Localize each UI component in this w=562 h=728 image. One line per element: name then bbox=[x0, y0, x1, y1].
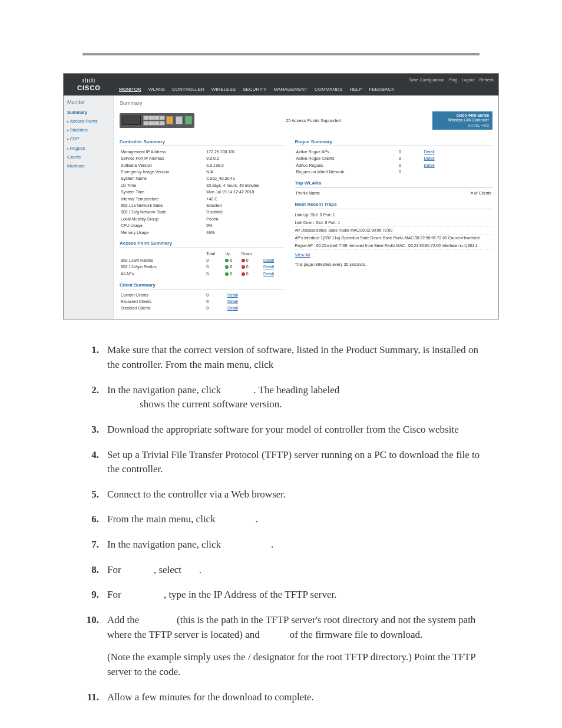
step-text: From the main menu, click . bbox=[107, 512, 485, 527]
main-menu: MONITOR WLANs CONTROLLER WIRELESS SECURI… bbox=[114, 84, 498, 96]
step-4: 4.Set up a Trivial File Transfer Protoco… bbox=[77, 448, 485, 477]
table-row: System NameCisco_40:3c:43 bbox=[120, 176, 285, 182]
detail-link[interactable]: Detail bbox=[227, 306, 238, 310]
step-2: 2. In the navigation pane, click . The h… bbox=[77, 383, 485, 412]
table-row: 802.11b/g Network StateDisabled bbox=[120, 209, 285, 216]
detail-link[interactable]: Detail bbox=[263, 258, 274, 262]
trap-row: AP Disassociated. Base Radio MAC:00:22:9… bbox=[295, 227, 492, 235]
side-summary[interactable]: Summary bbox=[67, 108, 113, 117]
table-row: Rogues on Wired Network0 bbox=[295, 169, 492, 176]
step-text: Add the (this is the path in the TFTP se… bbox=[107, 613, 485, 680]
detail-link[interactable]: Detail bbox=[227, 293, 238, 297]
badge-model: MODEL 4402 bbox=[436, 124, 489, 128]
detail-link[interactable]: Detail bbox=[227, 299, 238, 304]
app-shell: ılıılı CISCO Save Configuration Ping Log… bbox=[63, 73, 499, 319]
trap-row: Rogue AP : 00:25:eb:ed:f7:90 removed fro… bbox=[295, 242, 492, 250]
menu-management[interactable]: MANAGEMENT bbox=[274, 87, 308, 93]
table-header-row: Profile Name# of Clients bbox=[295, 190, 492, 197]
table-row: 802.11a/n Radios 0 0 0 Detail bbox=[120, 257, 285, 263]
menu-monitor[interactable]: MONITOR bbox=[119, 87, 141, 93]
side-rogues[interactable]: Rogues bbox=[67, 144, 113, 153]
step-9: 9.For , type in the IP Address of the TF… bbox=[77, 588, 485, 602]
table-row: Up Time33 days, 4 hours, 40 minutes bbox=[120, 182, 285, 189]
indicator-gray bbox=[176, 116, 183, 124]
detail-link[interactable]: Detail bbox=[263, 272, 274, 276]
link-refresh[interactable]: Refresh bbox=[479, 78, 494, 83]
step-text: For , type in the IP Address of the TFTP… bbox=[107, 588, 485, 602]
table-row: Active Rogue APs0Detail bbox=[295, 149, 492, 155]
menu-help[interactable]: HELP bbox=[349, 87, 362, 93]
step-text: For , select . bbox=[107, 563, 485, 578]
table-row: Memory Usage46% bbox=[120, 229, 285, 236]
link-logout[interactable]: Logout bbox=[462, 78, 474, 83]
detail-link[interactable]: Detail bbox=[424, 150, 435, 154]
brand-logo: ılıılı CISCO bbox=[64, 74, 114, 95]
detail-link[interactable]: Detail bbox=[424, 156, 435, 160]
link-save-config[interactable]: Save Configuration bbox=[409, 78, 445, 83]
table-row: CPU Usage0% bbox=[120, 223, 285, 229]
trap-row: Link Up: Slot: 0 Port: 1 bbox=[295, 212, 492, 219]
table-row: Current Clients0Detail bbox=[120, 292, 285, 298]
step-1: 1.Make sure that the correct version of … bbox=[77, 343, 485, 372]
side-cdp[interactable]: CDP bbox=[67, 134, 113, 143]
menu-security[interactable]: SECURITY bbox=[243, 87, 266, 93]
side-statistics[interactable]: Statistics bbox=[67, 126, 113, 134]
app-header: ılıılı CISCO Save Configuration Ping Log… bbox=[64, 74, 498, 95]
side-access-points[interactable]: Access Points bbox=[67, 117, 113, 126]
menu-controller[interactable]: CONTROLLER bbox=[172, 87, 204, 93]
model-badge: Cisco 4400 Series Wireless LAN Controlle… bbox=[432, 111, 492, 130]
step-3: 3.Download the appropriate software for … bbox=[77, 423, 485, 437]
menu-wireless[interactable]: WIRELESS bbox=[211, 87, 236, 93]
two-col: Controller Summary Management IP Address… bbox=[120, 134, 492, 312]
screenshot: ılıılı CISCO Save Configuration Ping Log… bbox=[63, 73, 499, 319]
table-row: Service Port IP Address0.0.0.0 bbox=[120, 156, 285, 162]
table-row: System TimeMon Jul 19 14:12:42 2010 bbox=[120, 189, 285, 196]
status-dot-green-icon bbox=[225, 265, 229, 269]
indicator-amber bbox=[166, 116, 173, 124]
menu-commands[interactable]: COMMANDS bbox=[315, 87, 343, 93]
brand-name: CISCO bbox=[66, 84, 112, 92]
detail-link[interactable]: Detail bbox=[424, 163, 435, 167]
chassis-module bbox=[122, 116, 141, 125]
top-wlans-title: Top WLANs bbox=[295, 180, 492, 188]
trap-row: AP's Interface:1(802.11a) Operation Stat… bbox=[295, 235, 492, 242]
chassis-graphic bbox=[120, 113, 194, 128]
content-area: Summary 25 Access Points Supported bbox=[114, 95, 498, 319]
step-8: 8.For , select . bbox=[77, 563, 485, 578]
sidebar-title: Monitor bbox=[67, 99, 113, 108]
side-multicast[interactable]: Multicast bbox=[67, 162, 113, 170]
menu-feedback[interactable]: FEEDBACK bbox=[369, 87, 394, 93]
recent-traps-list: Link Up: Slot: 0 Port: 1 Link Down: Slot… bbox=[295, 212, 492, 251]
table-row: 802.11b/g/n Radios 0 0 0 Detail bbox=[120, 264, 285, 271]
controller-summary-table: Management IP Address172.29.100.101 Serv… bbox=[120, 149, 285, 236]
menu-wlans[interactable]: WLANs bbox=[148, 87, 165, 93]
detail-link[interactable]: Detail bbox=[263, 265, 274, 269]
table-row: Active Rogue Clients0Detail bbox=[295, 156, 492, 162]
ap-summary-table: Total Up Down 802.11a/n Radios 0 0 0 Det… bbox=[120, 251, 285, 278]
table-row: Software Version6.0.196.0 bbox=[120, 162, 285, 169]
client-summary-table: Current Clients0Detail Excluded Clients0… bbox=[120, 292, 285, 312]
step-text: Set up a Trivial File Transfer Protocol … bbox=[107, 448, 485, 477]
chassis-ports bbox=[143, 116, 164, 126]
trap-row: Link Down: Slot: 0 Port: 1 bbox=[295, 219, 492, 227]
status-dot-red-icon bbox=[242, 259, 245, 262]
client-summary-title: Client Summary bbox=[120, 282, 285, 290]
status-dot-red-icon bbox=[242, 265, 245, 269]
controller-summary-title: Controller Summary bbox=[120, 139, 285, 147]
link-ping[interactable]: Ping bbox=[449, 78, 457, 83]
table-row: All APs 0 0 0 Detail bbox=[120, 271, 285, 277]
view-all-link[interactable]: View All bbox=[295, 252, 310, 258]
chassis-banner: 25 Access Points Supported Cisco 4400 Se… bbox=[120, 111, 492, 130]
step-text: In the navigation pane, click . bbox=[107, 538, 485, 552]
status-dot-green-icon bbox=[225, 259, 229, 262]
step-text: Connect to the controller via a Web brow… bbox=[107, 487, 485, 502]
side-clients[interactable]: Clients bbox=[67, 153, 113, 162]
table-row: Adhoc Rogues0Detail bbox=[295, 162, 492, 169]
step-6: 6.From the main menu, click . bbox=[77, 512, 485, 527]
step-11: 11.Allow a few minutes for the download … bbox=[77, 690, 485, 705]
table-row: Emergency Image VersionN/A bbox=[120, 169, 285, 176]
badge-title: Cisco 4400 Series bbox=[457, 113, 489, 117]
step-text: Make sure that the correct version of so… bbox=[107, 343, 485, 372]
ap-summary-title: Access Point Summary bbox=[120, 241, 285, 248]
app-body: Monitor Summary Access Points Statistics… bbox=[64, 95, 498, 319]
